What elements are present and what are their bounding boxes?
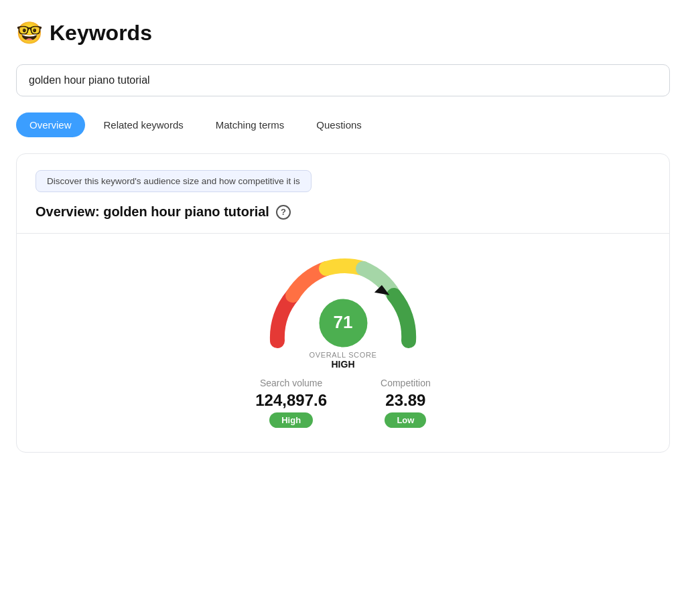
card-body: 71 OVERALL SCORE HIGH Search volume 124,… [17,234,669,452]
search-volume-badge: High [269,412,313,428]
search-input[interactable] [16,64,670,96]
metric-search-volume: Search volume 124,897.6 High [255,378,327,428]
card-header: Discover this keyword's audience size an… [17,154,669,234]
tabs-bar: Overview Related keywords Matching terms… [16,112,670,137]
gauge-rating: HIGH [332,359,355,370]
emoji-icon: 🤓 [16,20,43,46]
competition-badge: Low [385,412,426,428]
overview-title: Overview: golden hour piano tutorial ? [36,204,650,220]
competition-label: Competition [381,378,431,388]
gauge-center: 71 OVERALL SCORE HIGH [309,299,376,370]
tab-questions[interactable]: Questions [303,112,375,137]
metrics-row: Search volume 124,897.6 High Competition… [255,378,430,428]
tab-related-keywords[interactable]: Related keywords [90,112,197,137]
competition-value: 23.89 [385,391,425,410]
gauge-label: OVERALL SCORE [309,351,376,359]
tab-matching-terms[interactable]: Matching terms [202,112,298,137]
search-volume-value: 124,897.6 [255,391,327,410]
help-icon[interactable]: ? [276,205,291,220]
tab-overview[interactable]: Overview [16,112,85,137]
page-header: 🤓 Keywords [16,20,670,46]
info-badge: Discover this keyword's audience size an… [36,170,312,192]
gauge-chart: 71 OVERALL SCORE HIGH [256,254,430,358]
page-title: Keywords [50,21,152,46]
overview-card: Discover this keyword's audience size an… [16,153,670,453]
search-volume-label: Search volume [260,378,322,388]
metric-competition: Competition 23.89 Low [381,378,431,428]
gauge-score: 71 [319,299,367,347]
